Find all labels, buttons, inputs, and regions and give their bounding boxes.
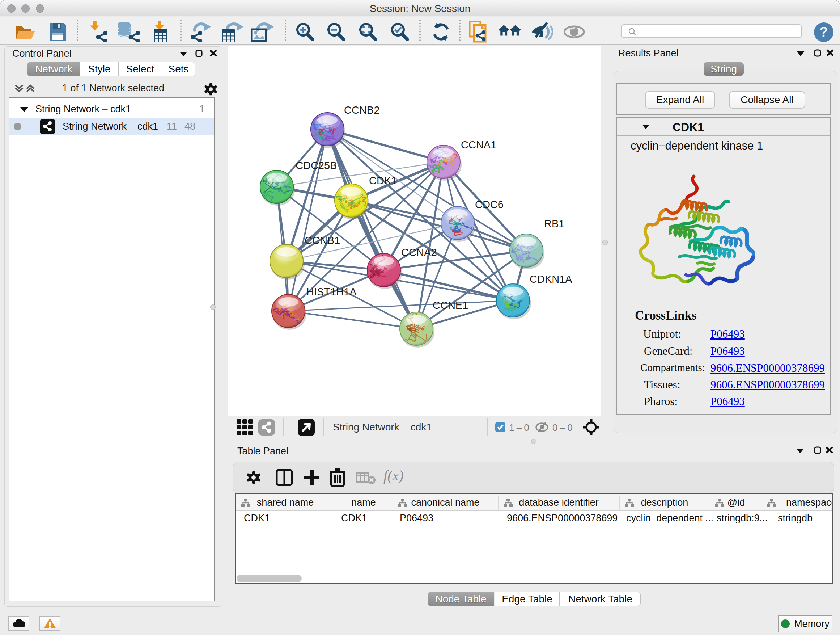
svg-text:CDKN1A: CDKN1A [530,273,572,285]
svg-text:CCNB1: CCNB1 [305,234,340,246]
svg-text:CCNA2: CCNA2 [401,247,437,258]
svg-text:CCNA1: CCNA1 [461,139,496,150]
svg-text:HIST1H1A: HIST1H1A [306,286,357,298]
svg-text:CCNE1: CCNE1 [433,299,468,311]
svg-text:CDC6: CDC6 [475,199,504,211]
svg-text:CCNB2: CCNB2 [344,104,379,116]
svg-text:?: ? [819,24,828,40]
svg-text:CDC25B: CDC25B [295,160,337,171]
svg-text:CDK1: CDK1 [369,175,397,187]
svg-text:RB1: RB1 [544,218,564,230]
